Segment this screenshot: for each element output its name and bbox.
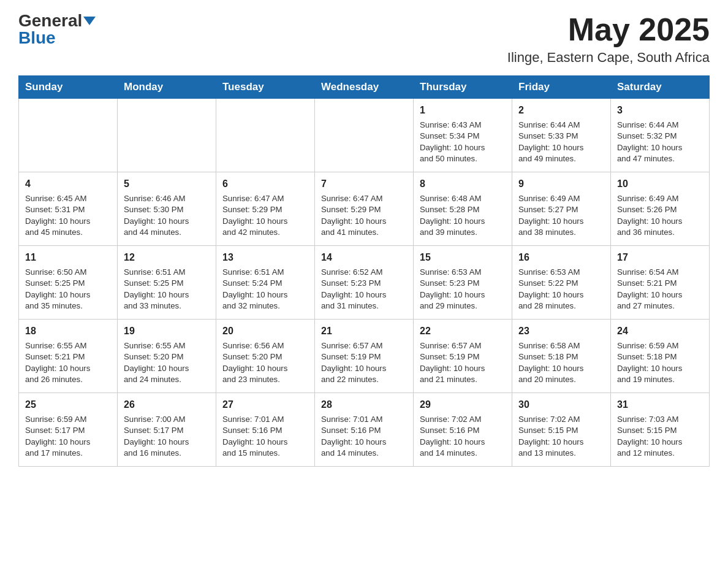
day-number: 11 — [25, 251, 111, 264]
day-number: 10 — [617, 177, 703, 191]
day-number: 25 — [25, 398, 111, 412]
calendar-cell: 17Sunrise: 6:54 AMSunset: 5:21 PMDayligh… — [611, 246, 710, 320]
calendar-cell — [19, 99, 118, 172]
calendar-cell: 9Sunrise: 6:49 AMSunset: 5:27 PMDaylight… — [512, 172, 611, 246]
day-number: 14 — [321, 251, 407, 264]
day-info: Sunrise: 6:55 AMSunset: 5:21 PMDaylight:… — [25, 340, 111, 386]
calendar-cell: 20Sunrise: 6:56 AMSunset: 5:20 PMDayligh… — [216, 320, 315, 393]
logo-arrow-icon — [83, 17, 96, 25]
day-info: Sunrise: 6:49 AMSunset: 5:26 PMDaylight:… — [617, 193, 703, 239]
day-info: Sunrise: 6:45 AMSunset: 5:31 PMDaylight:… — [25, 193, 111, 239]
day-number: 20 — [222, 324, 308, 338]
day-info: Sunrise: 7:02 AMSunset: 5:15 PMDaylight:… — [518, 414, 604, 459]
calendar-cell: 21Sunrise: 6:57 AMSunset: 5:19 PMDayligh… — [315, 320, 414, 393]
calendar-cell: 10Sunrise: 6:49 AMSunset: 5:26 PMDayligh… — [611, 172, 710, 246]
calendar-cell: 18Sunrise: 6:55 AMSunset: 5:21 PMDayligh… — [19, 320, 118, 393]
calendar-cell: 28Sunrise: 7:01 AMSunset: 5:16 PMDayligh… — [315, 393, 414, 467]
calendar-cell — [315, 99, 414, 172]
calendar-header-wednesday: Wednesday — [315, 76, 414, 99]
day-number: 2 — [518, 104, 604, 117]
calendar-table: SundayMondayTuesdayWednesdayThursdayFrid… — [18, 75, 710, 467]
day-info: Sunrise: 7:03 AMSunset: 5:15 PMDaylight:… — [617, 414, 703, 459]
calendar-cell: 5Sunrise: 6:46 AMSunset: 5:30 PMDaylight… — [118, 172, 216, 246]
calendar-cell: 30Sunrise: 7:02 AMSunset: 5:15 PMDayligh… — [512, 393, 611, 467]
day-info: Sunrise: 6:55 AMSunset: 5:20 PMDaylight:… — [124, 340, 210, 386]
calendar-cell: 11Sunrise: 6:50 AMSunset: 5:25 PMDayligh… — [19, 246, 118, 320]
calendar-header-tuesday: Tuesday — [216, 76, 315, 99]
calendar-cell: 31Sunrise: 7:03 AMSunset: 5:15 PMDayligh… — [611, 393, 710, 467]
calendar-cell: 24Sunrise: 6:59 AMSunset: 5:18 PMDayligh… — [611, 320, 710, 393]
day-info: Sunrise: 6:47 AMSunset: 5:29 PMDaylight:… — [222, 193, 308, 239]
logo: General Blue — [18, 12, 96, 47]
calendar-cell: 22Sunrise: 6:57 AMSunset: 5:19 PMDayligh… — [414, 320, 512, 393]
week-row-2: 4Sunrise: 6:45 AMSunset: 5:31 PMDaylight… — [19, 172, 710, 246]
day-info: Sunrise: 6:53 AMSunset: 5:22 PMDaylight:… — [518, 267, 604, 312]
day-number: 28 — [321, 398, 407, 412]
calendar-cell: 29Sunrise: 7:02 AMSunset: 5:16 PMDayligh… — [414, 393, 512, 467]
calendar-cell: 8Sunrise: 6:48 AMSunset: 5:28 PMDaylight… — [414, 172, 512, 246]
calendar-cell: 25Sunrise: 6:59 AMSunset: 5:17 PMDayligh… — [19, 393, 118, 467]
calendar-cell: 1Sunrise: 6:43 AMSunset: 5:34 PMDaylight… — [414, 99, 512, 172]
day-info: Sunrise: 6:50 AMSunset: 5:25 PMDaylight:… — [25, 267, 111, 312]
day-info: Sunrise: 6:48 AMSunset: 5:28 PMDaylight:… — [420, 193, 506, 239]
logo-blue-text: Blue — [18, 29, 56, 47]
day-number: 16 — [518, 251, 604, 264]
week-row-4: 18Sunrise: 6:55 AMSunset: 5:21 PMDayligh… — [19, 320, 710, 393]
calendar-cell: 3Sunrise: 6:44 AMSunset: 5:32 PMDaylight… — [611, 99, 710, 172]
calendar-cell: 23Sunrise: 6:58 AMSunset: 5:18 PMDayligh… — [512, 320, 611, 393]
day-number: 1 — [420, 104, 506, 117]
week-row-5: 25Sunrise: 6:59 AMSunset: 5:17 PMDayligh… — [19, 393, 710, 467]
day-info: Sunrise: 7:01 AMSunset: 5:16 PMDaylight:… — [222, 414, 308, 459]
page-header: General Blue May 2025 Ilinge, Eastern Ca… — [18, 12, 710, 66]
day-info: Sunrise: 6:47 AMSunset: 5:29 PMDaylight:… — [321, 193, 407, 239]
day-info: Sunrise: 6:59 AMSunset: 5:17 PMDaylight:… — [25, 414, 111, 459]
day-number: 3 — [617, 104, 703, 117]
day-info: Sunrise: 6:57 AMSunset: 5:19 PMDaylight:… — [321, 340, 407, 386]
calendar-cell: 16Sunrise: 6:53 AMSunset: 5:22 PMDayligh… — [512, 246, 611, 320]
day-number: 24 — [617, 324, 703, 338]
day-info: Sunrise: 6:43 AMSunset: 5:34 PMDaylight:… — [420, 120, 506, 165]
day-number: 23 — [518, 324, 604, 338]
day-number: 5 — [124, 177, 210, 191]
day-number: 7 — [321, 177, 407, 191]
calendar-header-monday: Monday — [118, 76, 216, 99]
day-number: 22 — [420, 324, 506, 338]
calendar-header-row: SundayMondayTuesdayWednesdayThursdayFrid… — [19, 76, 710, 99]
calendar-header-sunday: Sunday — [19, 76, 118, 99]
day-number: 30 — [518, 398, 604, 412]
calendar-cell — [118, 99, 216, 172]
day-info: Sunrise: 7:01 AMSunset: 5:16 PMDaylight:… — [321, 414, 407, 459]
day-number: 21 — [321, 324, 407, 338]
day-number: 13 — [222, 251, 308, 264]
day-number: 9 — [518, 177, 604, 191]
day-number: 12 — [124, 251, 210, 264]
day-number: 26 — [124, 398, 210, 412]
day-info: Sunrise: 6:59 AMSunset: 5:18 PMDaylight:… — [617, 340, 703, 386]
day-info: Sunrise: 6:58 AMSunset: 5:18 PMDaylight:… — [518, 340, 604, 386]
week-row-1: 1Sunrise: 6:43 AMSunset: 5:34 PMDaylight… — [19, 99, 710, 172]
day-number: 27 — [222, 398, 308, 412]
calendar-cell: 19Sunrise: 6:55 AMSunset: 5:20 PMDayligh… — [118, 320, 216, 393]
day-info: Sunrise: 6:53 AMSunset: 5:23 PMDaylight:… — [420, 267, 506, 312]
logo-general-text: General — [18, 12, 82, 29]
day-info: Sunrise: 6:57 AMSunset: 5:19 PMDaylight:… — [420, 340, 506, 386]
day-info: Sunrise: 6:56 AMSunset: 5:20 PMDaylight:… — [222, 340, 308, 386]
day-info: Sunrise: 6:44 AMSunset: 5:33 PMDaylight:… — [518, 120, 604, 165]
day-info: Sunrise: 6:46 AMSunset: 5:30 PMDaylight:… — [124, 193, 210, 239]
day-info: Sunrise: 6:52 AMSunset: 5:23 PMDaylight:… — [321, 267, 407, 312]
calendar-cell: 2Sunrise: 6:44 AMSunset: 5:33 PMDaylight… — [512, 99, 611, 172]
day-info: Sunrise: 6:49 AMSunset: 5:27 PMDaylight:… — [518, 193, 604, 239]
calendar-cell: 6Sunrise: 6:47 AMSunset: 5:29 PMDaylight… — [216, 172, 315, 246]
month-title: May 2025 — [507, 12, 710, 47]
location-title: Ilinge, Eastern Cape, South Africa — [507, 50, 710, 66]
day-number: 17 — [617, 251, 703, 264]
calendar-cell: 15Sunrise: 6:53 AMSunset: 5:23 PMDayligh… — [414, 246, 512, 320]
calendar-cell: 7Sunrise: 6:47 AMSunset: 5:29 PMDaylight… — [315, 172, 414, 246]
calendar-cell: 26Sunrise: 7:00 AMSunset: 5:17 PMDayligh… — [118, 393, 216, 467]
calendar-cell: 12Sunrise: 6:51 AMSunset: 5:25 PMDayligh… — [118, 246, 216, 320]
day-number: 4 — [25, 177, 111, 191]
title-block: May 2025 Ilinge, Eastern Cape, South Afr… — [507, 12, 710, 66]
calendar-cell: 13Sunrise: 6:51 AMSunset: 5:24 PMDayligh… — [216, 246, 315, 320]
calendar-cell: 4Sunrise: 6:45 AMSunset: 5:31 PMDaylight… — [19, 172, 118, 246]
day-info: Sunrise: 6:44 AMSunset: 5:32 PMDaylight:… — [617, 120, 703, 165]
